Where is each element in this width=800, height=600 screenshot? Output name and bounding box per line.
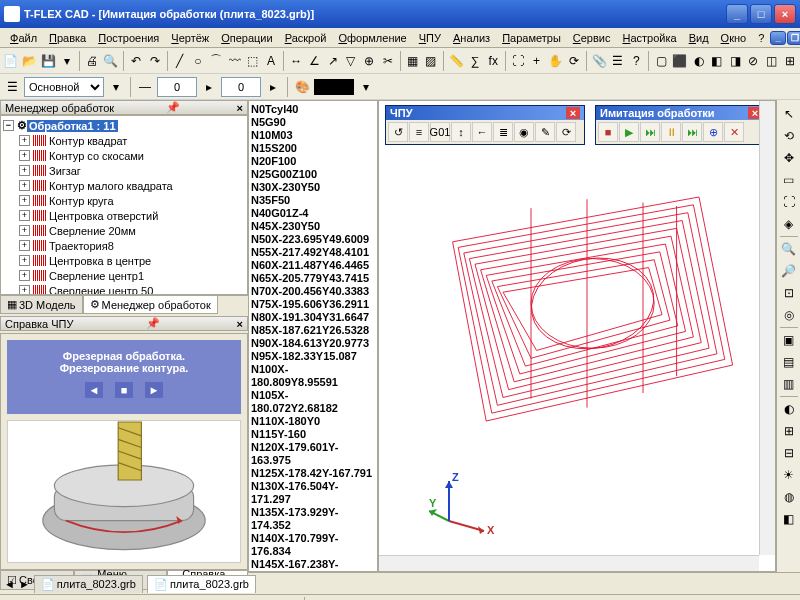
help-next-button[interactable]: ► [145, 382, 163, 398]
box-icon[interactable]: ▢ [653, 51, 669, 71]
snap-4-icon[interactable]: ⊣ [192, 597, 212, 601]
tree-collapse-icon[interactable]: − [3, 120, 14, 131]
gcode-line[interactable]: N135X-173.929Y-174.352 [251, 506, 375, 532]
menu-window[interactable]: Окно [715, 30, 753, 46]
gcode-line[interactable]: N115Y-160 [251, 428, 375, 441]
hatch-icon[interactable]: ▦ [404, 51, 420, 71]
document-tab-2[interactable]: 📄плита_8023.grb [147, 575, 256, 593]
snap-2-icon[interactable]: ∟ [148, 597, 168, 601]
menu-drawing[interactable]: Чертёж [165, 30, 215, 46]
gcode-line[interactable]: N140X-170.799Y-176.834 [251, 532, 375, 558]
color-picker-icon[interactable]: 🎨 [292, 77, 312, 97]
cnc-tool-button[interactable]: ← [472, 122, 492, 142]
rotate-icon[interactable]: ⟲ [779, 126, 799, 146]
calc-icon[interactable]: ∑ [467, 51, 483, 71]
tree-expand-icon[interactable]: + [19, 240, 30, 251]
preview-icon[interactable]: 🔍 [102, 51, 119, 71]
pan-icon[interactable]: ✥ [779, 148, 799, 168]
save-dropdown-icon[interactable]: ▾ [59, 51, 75, 71]
new-icon[interactable]: 📄 [2, 51, 19, 71]
link-icon[interactable]: ⧉ [419, 597, 439, 601]
gcode-line[interactable]: N145X-167.238Y-178.644 [251, 558, 375, 572]
stepper-icon[interactable]: ▸ [199, 77, 219, 97]
sim-control-button[interactable]: ■ [598, 122, 618, 142]
shell-icon[interactable]: ◫ [764, 51, 780, 71]
dim-linear-icon[interactable]: ↔ [288, 51, 304, 71]
simulation-floating-toolbar[interactable]: Имитация обработки× ■▶⏭⏸⏭⊕✕ [595, 105, 767, 145]
zoom-region-icon[interactable]: ⊡ [779, 283, 799, 303]
cnc-tool-button[interactable]: ≣ [493, 122, 513, 142]
window-maximize-button[interactable]: □ [750, 4, 772, 24]
gcode-line[interactable]: N65X-205.779Y43.7415 [251, 272, 375, 285]
menu-file[interactable]: Файл [4, 30, 43, 46]
offset-icon[interactable]: ⬚ [245, 51, 261, 71]
machining-tree[interactable]: −⚙ Обработка1 : 11 +Контур квадрат+Конту… [0, 115, 248, 295]
current-color-swatch[interactable] [314, 79, 354, 95]
menu-operations[interactable]: Операции [215, 30, 278, 46]
cnc-floating-toolbar[interactable]: ЧПУ× ↺≡G01↕←≣◉✎⟳ [385, 105, 585, 145]
gcode-listing[interactable]: N0Tcyl40N5G90N10M03N15S200N20F100N25G00Z… [248, 100, 378, 572]
document-tab-1[interactable]: 📄плита_8023.grb [34, 575, 143, 593]
sim-control-button[interactable]: ⏸ [661, 122, 681, 142]
zoom-fit-icon[interactable]: ⛶ [779, 192, 799, 212]
refresh-icon[interactable]: ⟳ [566, 51, 582, 71]
gcode-line[interactable]: N130X-176.504Y-171.297 [251, 480, 375, 506]
section-icon[interactable]: ✂ [379, 51, 395, 71]
tree-expand-icon[interactable]: + [19, 135, 30, 146]
cnc-tool-button[interactable]: ⟳ [556, 122, 576, 142]
revolve-icon[interactable]: ◐ [690, 51, 706, 71]
stepper-icon[interactable]: ▸ [263, 77, 283, 97]
gcode-line[interactable]: N90X-184.613Y20.9773 [251, 337, 375, 350]
tab-scroll-left-icon[interactable]: ◄ [4, 578, 15, 590]
boolean-icon[interactable]: ⊘ [745, 51, 761, 71]
gcode-line[interactable]: N85X-187.621Y26.5328 [251, 324, 375, 337]
variable-icon[interactable]: fx [485, 51, 501, 71]
menu-analysis[interactable]: Анализ [447, 30, 496, 46]
view-iso-icon[interactable]: ◈ [779, 214, 799, 234]
gcode-line[interactable]: N120X-179.601Y-163.975 [251, 441, 375, 467]
viewport-vscrollbar[interactable] [759, 101, 775, 555]
mdi-minimize-button[interactable]: _ [770, 31, 786, 45]
save-icon[interactable]: 💾 [40, 51, 57, 71]
menu-cnc[interactable]: ЧПУ [413, 30, 447, 46]
gcode-line[interactable]: N100X-180.809Y8.95591 [251, 363, 375, 389]
print-icon[interactable]: 🖨 [84, 51, 100, 71]
menu-service[interactable]: Сервис [567, 30, 617, 46]
lineweight-2-input[interactable] [221, 77, 261, 97]
viewport-hscrollbar[interactable] [379, 555, 759, 571]
gcode-line[interactable]: N95X-182.33Y15.087 [251, 350, 375, 363]
window-close-button[interactable]: × [774, 4, 796, 24]
leader-icon[interactable]: ↗ [325, 51, 341, 71]
menu-settings[interactable]: Настройка [616, 30, 682, 46]
dim-angle-icon[interactable]: ∠ [306, 51, 322, 71]
gcode-line[interactable]: N50X-223.695Y49.6009 [251, 233, 375, 246]
tree-item[interactable]: +Контур круга [3, 193, 245, 208]
tree-expand-icon[interactable]: + [19, 255, 30, 266]
3d-viewport[interactable]: ЧПУ× ↺≡G01↕←≣◉✎⟳ Имитация обработки× ■▶⏭… [378, 100, 776, 572]
section-view-icon[interactable]: ◧ [779, 509, 799, 529]
tree-expand-icon[interactable]: + [19, 165, 30, 176]
tree-expand-icon[interactable]: + [19, 195, 30, 206]
gcode-line[interactable]: N20F100 [251, 155, 375, 168]
gcode-line[interactable]: N105X-180.072Y2.68182 [251, 389, 375, 415]
surface-icon[interactable]: ▽ [343, 51, 359, 71]
tree-root[interactable]: Обработка1 : 11 [27, 120, 118, 132]
tree-item[interactable]: +Центровка отверстий [3, 208, 245, 223]
cnc-tool-button[interactable]: ◉ [514, 122, 534, 142]
zoom-out-icon[interactable]: 🔎 [779, 261, 799, 281]
tree-item[interactable]: +Зигзаг [3, 163, 245, 178]
menu-parameters[interactable]: Параметры [496, 30, 567, 46]
cnc-tool-button[interactable]: ✎ [535, 122, 555, 142]
close-icon[interactable]: × [566, 107, 580, 119]
measure-icon[interactable]: 📏 [448, 51, 465, 71]
tree-item[interactable]: +Сверление центр1 [3, 268, 245, 283]
fill-icon[interactable]: ▨ [423, 51, 439, 71]
panel-pin-icon[interactable]: 📌 [146, 317, 160, 330]
tree-expand-icon[interactable]: + [19, 285, 30, 295]
color-dropdown-icon[interactable]: ▾ [356, 77, 376, 97]
tree-expand-icon[interactable]: + [19, 150, 30, 161]
dyn-icon[interactable]: ⌖ [441, 597, 461, 601]
lineweight-1-input[interactable] [157, 77, 197, 97]
hidden-icon[interactable]: ⊟ [779, 443, 799, 463]
gcode-line[interactable]: N55X-217.492Y48.4101 [251, 246, 375, 259]
